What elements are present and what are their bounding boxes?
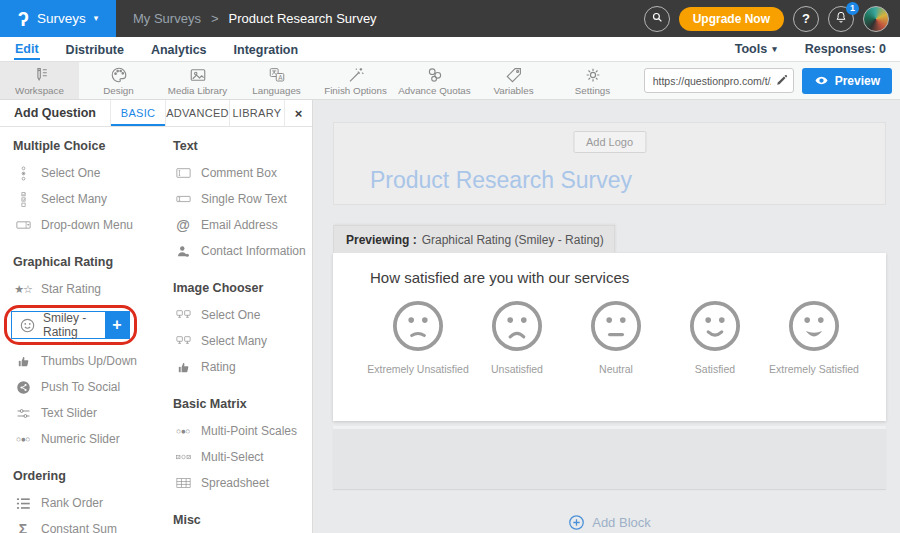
- close-panel-button[interactable]: ×: [285, 100, 312, 126]
- circle-plus-icon: [568, 514, 585, 531]
- help-button[interactable]: ?: [793, 6, 819, 32]
- share-icon: [13, 380, 33, 395]
- smiley-face-slight-frown-icon: [389, 297, 447, 355]
- previewing-tab: Previewing : Graphical Rating (Smiley - …: [333, 225, 615, 253]
- qtype-constant-sum[interactable]: ΣConstant Sum: [13, 516, 160, 533]
- qtype-select-many[interactable]: Select Many: [13, 186, 160, 212]
- multiselect-icon: [173, 450, 193, 464]
- add-smiley-question-button[interactable]: +: [105, 312, 129, 338]
- survey-canvas: Add Logo Product Research Survey Preview…: [313, 100, 900, 533]
- section-multiple-choice: Multiple Choice: [13, 139, 160, 153]
- tab-advanced[interactable]: ADVANCED: [166, 100, 230, 126]
- toolbar-languages[interactable]: A Languages: [237, 62, 316, 99]
- qtype-text-slider[interactable]: Text Slider: [13, 400, 160, 426]
- smiley-option-satisfied[interactable]: Satisfied: [667, 297, 763, 375]
- commentbox-icon: [173, 166, 193, 180]
- qtype-label: Select One: [201, 308, 260, 322]
- upgrade-now-button[interactable]: Upgrade Now: [679, 7, 784, 31]
- sigma-icon: Σ: [13, 521, 33, 533]
- qtype-star-rating[interactable]: ★☆Star Rating: [13, 276, 160, 302]
- tab-analytics[interactable]: Analytics: [150, 40, 208, 59]
- smiley-option-neutral[interactable]: Neutral: [568, 297, 664, 375]
- smiley-label: Satisfied: [695, 363, 735, 375]
- smiley-options: Extremely Unsatisfied Unsatisfied Neutra…: [370, 297, 862, 375]
- smiley-option-unsatisfied[interactable]: Unsatisfied: [469, 297, 565, 375]
- add-question-panel: Add Question BASIC ADVANCED LIBRARY × Mu…: [0, 100, 313, 533]
- section-misc: Misc: [173, 513, 312, 527]
- toolbar-media-library[interactable]: Media Library: [158, 62, 237, 99]
- tools-menu[interactable]: Tools ▾: [735, 42, 777, 56]
- question-text: How satisfied are you with our services: [370, 269, 862, 286]
- notification-badge: 1: [846, 2, 859, 15]
- toolbar-finish-options[interactable]: Finish Options: [316, 62, 395, 99]
- toolbar-advance-quotas[interactable]: Advance Quotas: [395, 62, 474, 99]
- translate-icon: A: [268, 66, 286, 84]
- qtype-email-address[interactable]: @Email Address: [173, 212, 312, 238]
- preview-button[interactable]: Preview: [802, 68, 892, 94]
- qtype-image-rating[interactable]: Rating: [173, 354, 312, 380]
- survey-nav: Edit Distribute Analytics Integration To…: [0, 37, 900, 62]
- tab-integration[interactable]: Integration: [233, 40, 300, 59]
- qtype-image-select-one[interactable]: Select One: [173, 302, 312, 328]
- qtype-thumbs-up-down[interactable]: Thumbs Up/Down: [13, 348, 160, 374]
- smiley-option-extremely-unsatisfied[interactable]: Extremely Unsatisfied: [370, 297, 466, 375]
- empty-block-placeholder[interactable]: [333, 426, 886, 489]
- qtype-multi-select[interactable]: Multi-Select: [173, 444, 312, 470]
- add-question-title: Add Question: [0, 100, 111, 126]
- breadcrumb-parent[interactable]: My Surveys: [133, 11, 201, 26]
- add-block-button[interactable]: Add Block: [333, 514, 886, 531]
- qtype-label: Single Row Text: [201, 192, 287, 206]
- screens-icon: [173, 334, 193, 348]
- dropdown-icon: [13, 218, 33, 232]
- smiley-label: Neutral: [599, 363, 633, 375]
- search-button[interactable]: [644, 6, 670, 32]
- qtype-comment-box[interactable]: Comment Box: [173, 160, 312, 186]
- question-types-column-2: Text Comment Box Single Row Text @Email …: [160, 127, 312, 533]
- tab-distribute[interactable]: Distribute: [65, 40, 125, 59]
- breadcrumb: My Surveys > Product Research Survey: [133, 11, 377, 26]
- section-ordering: Ordering: [13, 469, 160, 483]
- section-basic-matrix: Basic Matrix: [173, 397, 312, 411]
- survey-header-card: Add Logo Product Research Survey: [333, 122, 886, 205]
- qtype-single-row-text[interactable]: Single Row Text: [173, 186, 312, 212]
- question-types-column-1: Multiple Choice Select One Select Many D…: [0, 127, 160, 533]
- at-icon: @: [173, 217, 193, 233]
- qtype-label: Select Many: [201, 334, 267, 348]
- avatar[interactable]: [863, 6, 889, 32]
- qtype-multi-point-scales[interactable]: ○●○Multi-Point Scales: [173, 418, 312, 444]
- qtype-select-one[interactable]: Select One: [13, 160, 160, 186]
- qtype-spreadsheet[interactable]: Spreadsheet: [173, 470, 312, 496]
- qtype-dropdown-menu[interactable]: Drop-down Menu: [13, 212, 160, 238]
- toolbar-design[interactable]: Design: [79, 62, 158, 99]
- qtype-numeric-slider[interactable]: ○●○Numeric Slider: [13, 426, 160, 452]
- smiley-face-big-smile-icon: [785, 297, 843, 355]
- toolbar-variables[interactable]: Variables: [474, 62, 553, 99]
- smiley-icon: [17, 318, 37, 333]
- eye-icon: [814, 73, 829, 88]
- qtype-rank-order[interactable]: Rank Order: [13, 490, 160, 516]
- qtype-push-to-social[interactable]: Push To Social: [13, 374, 160, 400]
- qtype-label: Push To Social: [41, 380, 120, 394]
- radio-stack-icon: [13, 166, 33, 181]
- survey-title[interactable]: Product Research Survey: [370, 167, 632, 194]
- smiley-option-extremely-satisfied[interactable]: Extremely Satisfied: [766, 297, 862, 375]
- smiley-label: Extremely Satisfied: [769, 363, 859, 375]
- smiley-face-smile-icon: [686, 297, 744, 355]
- question-preview-card: How satisfied are you with our services …: [333, 253, 886, 421]
- tab-library[interactable]: LIBRARY: [230, 100, 285, 126]
- toolbar-settings[interactable]: Settings: [553, 62, 632, 99]
- tab-edit[interactable]: Edit: [14, 39, 40, 60]
- qtype-label: Drop-down Menu: [41, 218, 133, 232]
- tab-basic[interactable]: BASIC: [111, 100, 166, 126]
- toolbar-workspace[interactable]: Workspace: [0, 62, 79, 99]
- qtype-contact-information[interactable]: Contact Information: [173, 238, 312, 264]
- add-logo-button[interactable]: Add Logo: [573, 131, 646, 153]
- qtype-image-select-many[interactable]: Select Many: [173, 328, 312, 354]
- links-icon: [426, 66, 444, 84]
- person-icon: [173, 244, 193, 259]
- app-logo-menu[interactable]: ʔ Surveys ▾: [0, 0, 116, 37]
- qtype-label: Constant Sum: [41, 522, 117, 533]
- survey-url-input[interactable]: [644, 68, 794, 93]
- qtype-smiley-rating[interactable]: Smiley - Rating +: [11, 311, 130, 339]
- pencil-icon[interactable]: [775, 73, 788, 91]
